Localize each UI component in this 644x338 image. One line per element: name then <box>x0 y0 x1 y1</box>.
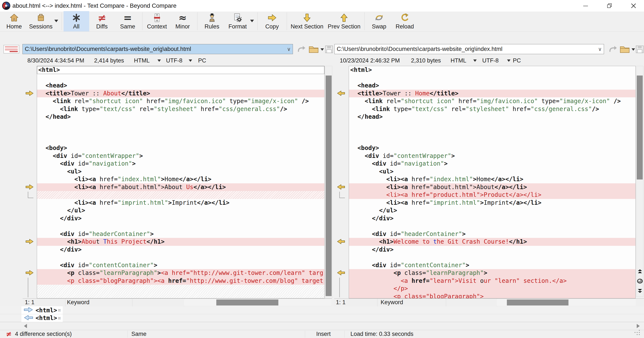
code-line[interactable]: <head> <box>349 82 636 90</box>
code-line[interactable]: <div id="contentWrapper"> <box>349 152 636 160</box>
code-line[interactable]: <div id="contentWrapper"> <box>37 152 324 160</box>
code-line[interactable]: <div id="contentContainer"> <box>349 262 636 269</box>
code-line[interactable]: </head> <box>37 113 324 121</box>
code-line[interactable]: <li><a href="product.html">Product</a></… <box>349 191 636 199</box>
code-line[interactable]: <title>Tower :: Home</title> <box>349 90 636 98</box>
code-line[interactable]: <p class="blogParagraph"> <box>349 293 636 299</box>
code-line[interactable]: <li><a href="index.html">Home</a></li> <box>349 176 636 183</box>
code-line[interactable] <box>37 136 324 144</box>
code-line[interactable]: <a href="learn">Visit our "learn" sectio… <box>349 277 636 285</box>
right-path-dropdown-icon[interactable]: ∨ <box>597 44 603 54</box>
toolbar-button-reload[interactable]: Reload <box>392 11 418 32</box>
code-line[interactable]: <link type="text/css" rel="stylesheet" h… <box>37 105 324 113</box>
left-encoding-select[interactable]: UTF-8 <box>166 55 182 66</box>
code-line[interactable]: <li><a href="imprint.html">Imprint</a></… <box>37 199 324 207</box>
right-encoding-caret-icon[interactable] <box>507 60 510 62</box>
toolbar-button-all[interactable]: All <box>64 11 89 32</box>
diff-section-arrow-icon[interactable] <box>337 238 345 245</box>
code-line[interactable]: <ul> <box>349 168 636 176</box>
prev-difference-icon[interactable] <box>636 267 644 276</box>
code-line[interactable]: <link type="text/css" rel="stylesheet" h… <box>349 105 636 113</box>
left-save-icon[interactable] <box>324 44 334 54</box>
code-line[interactable]: </ul> <box>349 207 636 214</box>
code-line[interactable]: <body> <box>349 144 636 152</box>
toolbar-button-next-section[interactable]: Next Section <box>288 11 326 32</box>
toolbar-button-diffs[interactable]: ≠Diffs <box>89 11 115 32</box>
left-horizontal-scrollbar[interactable] <box>184 299 332 306</box>
left-path-dropdown-icon[interactable]: ∨ <box>286 44 292 54</box>
viewer-horizontal-scrollbar[interactable] <box>0 322 644 330</box>
diff-section-arrow-icon[interactable] <box>25 184 34 191</box>
code-line[interactable]: <body> <box>37 144 324 152</box>
code-line[interactable]: <h1>About This Project</h1> <box>37 238 324 246</box>
right-scrollbar-thumb[interactable] <box>637 76 643 180</box>
right-encoding-select[interactable]: UTF-8 <box>482 55 499 66</box>
code-line[interactable]: <link rel="shortcut icon" href="img/favi… <box>37 97 324 105</box>
toolbar-button-home[interactable]: Home <box>1 11 27 32</box>
code-gap-row[interactable] <box>37 285 324 293</box>
restore-button[interactable] <box>600 0 620 12</box>
code-line[interactable] <box>37 222 324 230</box>
dropdown-caret-icon[interactable] <box>250 20 254 22</box>
next-difference-icon[interactable] <box>636 286 644 295</box>
code-line[interactable]: </ul> <box>37 207 324 214</box>
code-gap-row[interactable] <box>37 293 324 299</box>
toolbar-button-format[interactable]: Format <box>225 11 256 32</box>
resize-grip[interactable] <box>634 332 636 333</box>
toolbar-button-context[interactable]: Context <box>144 11 170 32</box>
code-line[interactable]: </div> <box>37 246 324 254</box>
right-code-pane[interactable]: <html> <head> <title>Tower :: Home</titl… <box>349 66 636 298</box>
toolbar-button-copy[interactable]: Copy <box>259 11 285 32</box>
close-button[interactable] <box>624 0 643 12</box>
code-line[interactable]: </head> <box>349 113 636 121</box>
code-line[interactable]: <li><a href="index.html">Home</a></li> <box>37 176 324 183</box>
toolbar-button-sessions[interactable]: Sessions <box>27 11 60 32</box>
right-browse-folder-icon[interactable] <box>619 44 630 54</box>
diff-section-arrow-icon[interactable] <box>337 90 345 97</box>
code-line[interactable]: <p class="blogParagraph"><a href="http:/… <box>37 277 324 285</box>
right-path-input[interactable]: C:\Users\brunobrito\Documents\carparts-w… <box>334 44 604 54</box>
right-format-select[interactable]: HTML <box>450 55 466 66</box>
left-scrollbar-thumb[interactable] <box>326 76 332 296</box>
right-undo-icon[interactable] <box>607 44 618 54</box>
toolbar-button-same[interactable]: =Same <box>115 11 140 32</box>
code-line[interactable]: <li><a href="imprint.html">Imprint</a></… <box>349 199 636 207</box>
code-line[interactable] <box>349 254 636 262</box>
code-line[interactable]: <div id="navigation"> <box>37 160 324 168</box>
diff-section-arrow-icon[interactable] <box>337 270 345 276</box>
code-line[interactable]: <div id="headerContainer"> <box>349 230 636 238</box>
toolbar-button-swap[interactable]: Swap <box>366 11 392 32</box>
scroll-right-icon[interactable] <box>637 324 640 328</box>
code-line[interactable]: <head> <box>37 82 324 90</box>
code-line[interactable]: <p class="learnParagraph"><a href="http:… <box>37 269 324 277</box>
left-undo-icon[interactable] <box>296 44 307 54</box>
code-line[interactable]: <html> <box>349 66 636 74</box>
right-save-icon[interactable] <box>634 44 644 54</box>
toolbar-button-prev-section[interactable]: Prev Section <box>326 11 363 32</box>
right-horizontal-thumb[interactable] <box>507 300 568 306</box>
left-code-pane[interactable]: <html> <head> <title>Tower :: About</tit… <box>37 66 324 298</box>
code-line[interactable]: <div id="contentContainer"> <box>37 262 324 269</box>
left-browse-folder-icon[interactable] <box>308 44 319 54</box>
code-line[interactable]: </p> <box>349 285 636 293</box>
minimize-button[interactable] <box>576 0 596 12</box>
code-line[interactable] <box>37 121 324 129</box>
code-line[interactable] <box>349 74 636 82</box>
code-line[interactable] <box>349 128 636 136</box>
diff-section-arrow-icon[interactable] <box>337 184 345 191</box>
code-line[interactable]: <li><a href="about.html">About Us</a></l… <box>37 183 324 191</box>
left-format-select[interactable]: HTML <box>134 55 150 66</box>
code-line[interactable] <box>349 136 636 144</box>
left-format-caret-icon[interactable] <box>158 60 161 62</box>
left-path-input[interactable]: C:\Users\brunobrito\Documents\carparts-w… <box>22 44 293 54</box>
right-vertical-scrollbar[interactable] <box>636 66 643 297</box>
toolbar-button-minor[interactable]: ≈Minor <box>170 11 196 32</box>
center-current-difference-icon[interactable] <box>636 277 644 285</box>
left-vertical-scrollbar[interactable] <box>325 66 332 298</box>
code-line[interactable]: <html> <box>37 66 324 74</box>
code-line[interactable]: <ul> <box>37 168 324 176</box>
code-line[interactable]: <div id="headerContainer"> <box>37 230 324 238</box>
scroll-left-icon[interactable] <box>24 324 27 328</box>
diff-section-arrow-icon[interactable] <box>25 270 34 276</box>
diff-section-arrow-icon[interactable] <box>25 90 34 97</box>
